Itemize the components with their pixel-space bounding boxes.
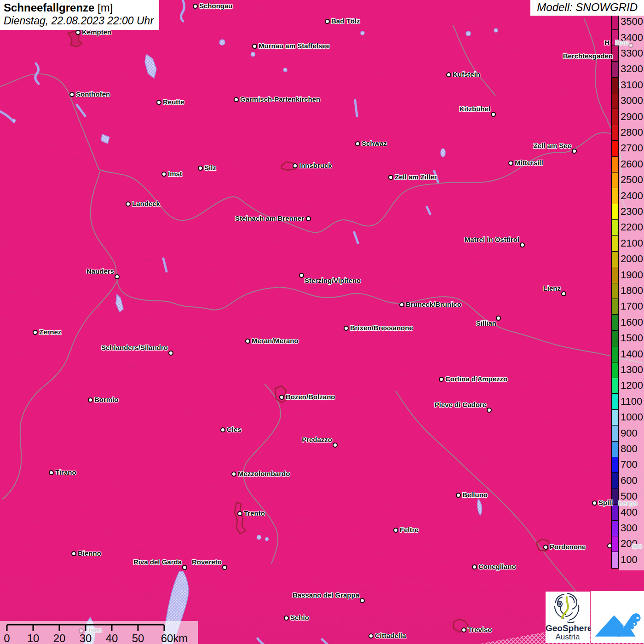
colorbar-segment xyxy=(612,283,618,299)
city-marker xyxy=(88,397,93,402)
city-label: Feltre xyxy=(400,525,419,534)
city-label: Bienno xyxy=(78,549,101,558)
model-label-box: Modell: SNOWGRID xyxy=(530,0,644,16)
geosphere-logo-subtext: Austria xyxy=(546,633,590,641)
colorbar-segment xyxy=(612,267,618,283)
colorbar-tick-label: 1400 xyxy=(621,348,644,360)
city-marker xyxy=(69,92,75,97)
city-label: Sonthofen xyxy=(76,90,110,98)
city-marker xyxy=(193,4,198,9)
city-marker xyxy=(456,493,461,498)
colorbar-tick-label: 3000 xyxy=(621,95,644,107)
colorbar-tick-label: 300 xyxy=(621,522,644,534)
city-marker xyxy=(33,330,38,335)
colorbar-tick-label: 100 xyxy=(621,554,644,566)
city-marker xyxy=(168,351,173,356)
city-marker xyxy=(439,377,444,382)
colorbar-segment xyxy=(612,457,618,473)
colorbar-segment xyxy=(612,505,618,520)
city-label: Zernez xyxy=(39,328,61,336)
city-label: Bassano del Grappa xyxy=(293,591,359,599)
city-label: Zell am See xyxy=(533,141,571,150)
colorbar-segment xyxy=(612,346,618,362)
colorbar-segment xyxy=(612,62,618,77)
city-label: Mittersill xyxy=(515,158,543,167)
colorbar-tick-label: 1500 xyxy=(621,332,644,344)
colorbar-tick-label: 700 xyxy=(621,459,644,471)
city-marker xyxy=(79,628,84,633)
colorbar-segment xyxy=(612,362,618,378)
city-marker xyxy=(543,545,548,550)
colorbar-segment xyxy=(612,552,618,568)
map-title-unit: [m] xyxy=(98,1,113,14)
colorbar-segment xyxy=(612,188,618,204)
city-marker xyxy=(393,528,398,533)
city-label: Meran/Merano xyxy=(252,336,299,345)
city-marker xyxy=(520,242,525,247)
city-label: Imst xyxy=(168,169,182,178)
city-label: Bormio xyxy=(94,395,119,404)
colorbar-tick-label: 1600 xyxy=(621,316,644,328)
colorbar-tick-label: 800 xyxy=(621,443,644,455)
city-label: Nauders xyxy=(86,267,114,276)
colorbar-tick-label: 3100 xyxy=(621,79,644,91)
colorbar-segment xyxy=(612,157,618,172)
city-marker xyxy=(222,565,227,570)
colorbar-segment xyxy=(612,252,618,267)
colorbar-segment xyxy=(612,442,618,457)
colorbar-segment xyxy=(612,46,618,62)
city-marker xyxy=(237,511,242,516)
city-marker xyxy=(234,97,239,102)
city-marker xyxy=(344,326,349,331)
colorbar-segment xyxy=(612,14,618,30)
city-marker xyxy=(293,163,298,168)
colorbar-segment xyxy=(612,236,618,251)
city-label: Schio xyxy=(290,613,309,622)
geosphere-contour-icon xyxy=(546,592,590,625)
city-marker xyxy=(299,273,304,278)
city-label: Cortina d'Ampezzo xyxy=(445,374,507,383)
city-label: Kufstein xyxy=(453,70,480,79)
city-label: Cles xyxy=(227,425,242,434)
hidden-city-label: bergo xyxy=(618,499,638,507)
colorbar-tick-label: 2800 xyxy=(621,126,644,138)
map-title: Schneefallgrenze xyxy=(4,1,94,14)
colorbar-segment xyxy=(612,536,618,552)
city-label: Landeck xyxy=(132,199,160,208)
colorbar-tick-label: 1200 xyxy=(621,380,644,391)
hidden-city-label: H xyxy=(604,38,610,47)
city-marker xyxy=(161,172,167,177)
colorbar-segment xyxy=(612,78,618,93)
city-marker xyxy=(284,615,289,621)
colorbar-tick-label: 1000 xyxy=(621,411,644,423)
city-marker xyxy=(198,166,203,171)
scale-tick-label: 0 xyxy=(4,632,10,644)
colorbar-segment xyxy=(612,426,618,441)
hidden-city-label: llein xyxy=(615,38,629,47)
city-label: Murnau am Staffelsee xyxy=(259,41,330,50)
city-label: Predazzo xyxy=(302,435,332,444)
colorbar-tick-label: 1700 xyxy=(621,300,644,312)
city-label: Conegliano xyxy=(478,562,516,571)
city-marker xyxy=(115,274,120,279)
city-marker xyxy=(399,302,404,307)
scale-tick-label: 50 xyxy=(132,632,144,644)
city-label: Brixen/Bressanone xyxy=(350,323,413,332)
city-label: Reutte xyxy=(163,98,184,106)
city-label: Steinach am Brenner xyxy=(235,214,304,223)
colorbar-segment xyxy=(612,220,618,236)
city-label: Schongau xyxy=(199,1,233,10)
colorbar-tick-label: 1800 xyxy=(621,285,644,297)
city-marker xyxy=(360,598,365,603)
colorbar-segment xyxy=(612,521,618,536)
page-title: Schneefallgrenze [m] xyxy=(4,1,154,14)
colorbar-tick-label: 600 xyxy=(621,475,644,487)
colorbar-tick-label: 900 xyxy=(621,427,644,439)
city-marker xyxy=(472,564,477,569)
city-marker xyxy=(388,175,393,180)
city-label: Belluno xyxy=(462,490,488,499)
city-marker xyxy=(592,500,597,506)
colorbar-segment xyxy=(612,93,618,109)
city-marker xyxy=(607,543,612,548)
map-datetime: Dienstag, 22.08.2023 22:00 Uhr xyxy=(4,15,154,27)
